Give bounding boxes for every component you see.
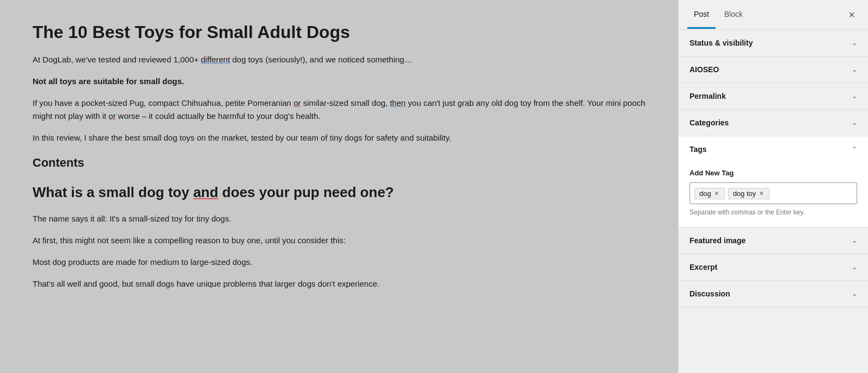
section-excerpt-title: Excerpt: [690, 263, 717, 271]
sub-paragraph-3: Most dog products are made for medium to…: [33, 256, 646, 269]
tags-text-input[interactable]: [773, 189, 852, 198]
section-featured-image-title: Featured image: [690, 236, 745, 245]
contents-heading: Contents: [33, 153, 646, 172]
tags-input-area[interactable]: dog × dog toy ×: [690, 182, 857, 204]
chevron-down-icon: ⌄: [852, 66, 857, 73]
tag-chip-dog-label: dog: [699, 189, 711, 198]
section-status-visibility-title: Status & visibility: [690, 39, 753, 47]
different-word: different: [201, 55, 230, 64]
article-body: At DogLab, we've tested and reviewed 1,0…: [33, 53, 646, 290]
section-permalink: Permalink ⌄: [679, 83, 868, 110]
section-excerpt-header[interactable]: Excerpt ⌄: [679, 254, 868, 280]
main-content: The 10 Best Toys for Small Adult Dogs At…: [0, 0, 678, 373]
or-word-2: or: [108, 111, 116, 121]
and-word: and: [193, 184, 218, 200]
section-discussion: Discussion ⌄: [679, 281, 868, 307]
close-button[interactable]: ×: [844, 7, 859, 22]
section-aioseo-header[interactable]: AIOSEO ⌄: [679, 56, 868, 83]
tab-post[interactable]: Post: [687, 1, 716, 29]
section-featured-image-header[interactable]: Featured image ⌄: [679, 227, 868, 254]
section-aioseo: AIOSEO ⌄: [679, 56, 868, 83]
section-tags: Tags ⌃ Add New Tag dog × dog toy × Separ…: [679, 136, 868, 227]
sidebar: Post Block × Status & visibility ⌄ AIOSE…: [678, 0, 868, 373]
chevron-down-icon: ⌄: [852, 39, 857, 47]
then-word: then: [390, 98, 406, 108]
section-permalink-header[interactable]: Permalink ⌄: [679, 83, 868, 109]
section-featured-image: Featured image ⌄: [679, 227, 868, 254]
section-categories: Categories ⌄: [679, 110, 868, 136]
tag-chip-dog-toy: dog toy ×: [728, 188, 770, 199]
bold-note: Not all toys are suitable for small dogs…: [33, 75, 646, 88]
sub-paragraph-1: The name says it all: It's a small-sized…: [33, 212, 646, 225]
tag-chip-dog-remove[interactable]: ×: [713, 189, 720, 197]
chevron-down-icon: ⌄: [852, 119, 857, 127]
tag-chip-dog-toy-remove[interactable]: ×: [758, 189, 765, 197]
intro-paragraph: At DogLab, we've tested and reviewed 1,0…: [33, 53, 646, 66]
sub-paragraph-4: That's all well and good, but small dogs…: [33, 277, 646, 290]
tag-chip-dog: dog ×: [694, 188, 725, 199]
tag-chip-dog-toy-label: dog toy: [733, 189, 756, 198]
section-aioseo-title: AIOSEO: [690, 65, 719, 74]
section-status-visibility: Status & visibility ⌄: [679, 30, 868, 56]
add-new-tag-label: Add New Tag: [690, 169, 857, 177]
section-categories-title: Categories: [690, 118, 729, 127]
section-discussion-title: Discussion: [690, 289, 730, 298]
chevron-down-icon: ⌄: [852, 290, 857, 298]
tags-section-header[interactable]: Tags ⌃: [679, 136, 868, 162]
tags-section-content: Add New Tag dog × dog toy × Separate wit…: [679, 162, 868, 227]
sidebar-tabs: Post Block ×: [679, 0, 868, 30]
tags-hint: Separate with commas or the Enter key.: [690, 208, 857, 216]
paragraph-2: If you have a pocket-sized Pug, compact …: [33, 97, 646, 123]
sub-heading: What is a small dog toy and does your pu…: [33, 181, 646, 204]
section-excerpt: Excerpt ⌄: [679, 254, 868, 281]
article-title: The 10 Best Toys for Small Adult Dogs: [33, 22, 646, 42]
chevron-down-icon: ⌄: [852, 92, 857, 100]
paragraph-3: In this review, I share the best small d…: [33, 131, 646, 144]
section-permalink-title: Permalink: [690, 92, 726, 100]
section-discussion-header[interactable]: Discussion ⌄: [679, 281, 868, 307]
section-categories-header[interactable]: Categories ⌄: [679, 110, 868, 136]
or-word-1: or: [293, 98, 301, 108]
sub-paragraph-2: At first, this might not seem like a com…: [33, 234, 646, 247]
chevron-down-icon: ⌄: [852, 263, 857, 271]
chevron-up-icon: ⌃: [852, 146, 857, 153]
chevron-down-icon: ⌄: [852, 237, 857, 244]
section-status-visibility-header[interactable]: Status & visibility ⌄: [679, 30, 868, 56]
tab-block[interactable]: Block: [718, 1, 749, 29]
tags-section-title: Tags: [690, 145, 707, 154]
